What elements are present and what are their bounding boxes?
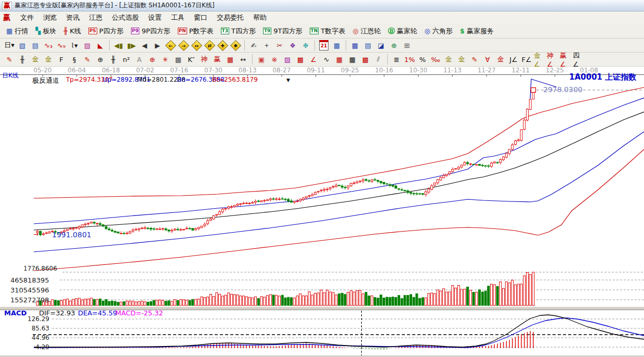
macd-dea-value: DEA=45.59	[78, 309, 117, 317]
price-scale-bottom: 1776.8606	[23, 265, 57, 272]
svg-text:12-25: 12-25	[546, 67, 564, 74]
svg-text:07-16: 07-16	[170, 67, 188, 74]
svg-text:09-11: 09-11	[307, 67, 325, 74]
svg-text:08-13: 08-13	[239, 67, 257, 74]
macd-axis-4: 4.29	[16, 343, 49, 351]
svg-text:06-04: 06-04	[68, 67, 86, 74]
collapse-arrow-icon[interactable]: ▼	[286, 78, 290, 83]
last-price-label: 2978.0300	[543, 85, 583, 94]
svg-text:05-20: 05-20	[34, 67, 52, 74]
svg-text:10-16: 10-16	[375, 67, 393, 74]
low-arrow-icon: →	[33, 231, 38, 238]
macd-macd-value: MACD=-25.32	[115, 309, 163, 317]
macd-axis-1: 126.29	[16, 315, 49, 323]
svg-text:11-13: 11-13	[443, 67, 462, 74]
symbol-title: 1A0001 上证指数	[569, 72, 636, 82]
macd-axis-2: 85.63	[16, 325, 49, 332]
indicator-name[interactable]: 极反通道	[32, 76, 59, 85]
svg-text:09-25: 09-25	[341, 67, 359, 74]
svg-text:11-27: 11-27	[478, 67, 496, 74]
volume-axis-1: 465818395	[10, 276, 49, 284]
svg-text:10-30: 10-30	[409, 67, 427, 74]
channel-bt-value: Bt=2563.8179	[212, 76, 258, 83]
application-window: 赢 赢家江恩专业版[赢家内部服务平台] - [上证指数 SH1A0001-167…	[0, 0, 644, 357]
chart-canvas[interactable]: 05-2006-0406-1807-0207-1607-3008-1308-27…	[0, 0, 644, 357]
low-price-label: 1991.0801	[52, 231, 91, 239]
svg-text:07-30: 07-30	[204, 67, 222, 74]
svg-text:12-11: 12-11	[511, 67, 530, 74]
volume-axis-3: 155272798	[10, 296, 49, 304]
svg-text:07-02: 07-02	[136, 67, 154, 74]
svg-text:06-18: 06-18	[102, 67, 120, 74]
macd-axis-3: 44.96	[16, 334, 49, 341]
period-label[interactable]: 日K线	[2, 71, 19, 80]
svg-text:08-27: 08-27	[272, 67, 291, 74]
volume-axis-2: 310545596	[10, 286, 49, 294]
